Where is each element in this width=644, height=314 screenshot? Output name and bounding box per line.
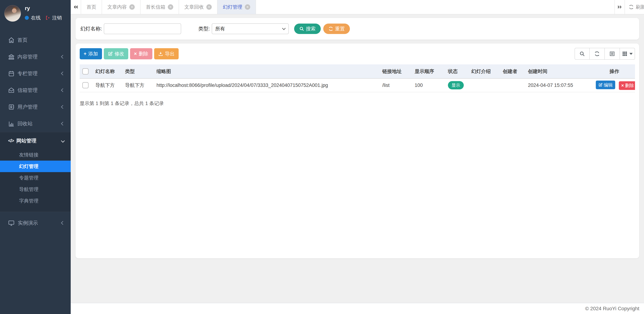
sidebar-item-label: 回收站 — [18, 120, 62, 127]
row-edit-label: 编辑 — [604, 82, 613, 88]
tabs-scroll-right-button[interactable] — [614, 0, 625, 14]
sidebar-item-columns[interactable]: 专栏管理 — [0, 65, 71, 82]
columns-button[interactable] — [620, 48, 635, 60]
add-button[interactable]: + 添加 — [80, 48, 102, 59]
home-icon — [8, 37, 14, 43]
x-icon: × — [134, 51, 137, 57]
tab-close-icon[interactable]: × — [129, 4, 135, 10]
edit-button[interactable]: 修改 — [104, 48, 128, 59]
sidebar-item-demo[interactable]: 实例演示 — [0, 214, 71, 231]
toggle-detail-view-button[interactable] — [605, 48, 620, 60]
cell-type: 导航下方 — [122, 78, 154, 92]
tab-article-recycle[interactable]: 文章回收 × — [179, 0, 218, 14]
sidebar-item-recycle[interactable]: 回收站 — [0, 115, 71, 132]
sidebar-item-label: 专栏管理 — [18, 70, 62, 77]
type-select[interactable]: 所有 — [212, 24, 289, 34]
sidebar-item-label: 实例演示 — [18, 220, 62, 226]
reset-button[interactable]: 重置 — [323, 24, 350, 34]
user-avatar[interactable] — [4, 5, 21, 22]
column-header-name[interactable]: 幻灯名称 — [93, 64, 122, 78]
sidebar-item-mailbox[interactable]: 信箱管理 — [0, 82, 71, 98]
column-header-intro[interactable]: 幻灯介绍 — [468, 64, 500, 78]
column-header-link[interactable]: 链接地址 — [380, 64, 412, 78]
delete-button[interactable]: × 删除 — [130, 48, 152, 59]
tab-bar-spacer — [256, 0, 614, 14]
sidebar-item-label: 内容管理 — [18, 54, 62, 60]
search-icon — [299, 26, 304, 31]
sidebar-subitem-dict[interactable]: 字典管理 — [0, 195, 71, 207]
plus-icon: + — [84, 51, 86, 57]
sidebar-subitem-nav[interactable]: 导航管理 — [0, 184, 71, 195]
tab-home[interactable]: 首页 — [81, 0, 102, 14]
column-header-type[interactable]: 类型 — [122, 64, 154, 78]
refresh-tab-button[interactable]: 刷新 — [625, 0, 644, 14]
cell-intro — [468, 78, 500, 92]
sidebar-subitem-slides[interactable]: 幻灯管理 — [0, 160, 71, 172]
tab-label: 首长信箱 — [146, 4, 165, 10]
sidebar-subitem-label: 导航管理 — [19, 186, 38, 192]
export-button[interactable]: 导出 — [154, 48, 179, 59]
select-all-checkbox[interactable] — [82, 68, 88, 74]
reset-icon — [328, 26, 333, 31]
column-header-creator[interactable]: 创建者 — [500, 64, 525, 78]
double-chevron-left-icon — [73, 4, 78, 10]
search-button[interactable]: 搜索 — [294, 24, 321, 34]
sidebar-subitem-links[interactable]: 友情链接 — [0, 149, 71, 160]
logout-button[interactable]: 注销 — [45, 14, 62, 21]
slide-name-input[interactable] — [104, 24, 181, 34]
sidebar-item-content[interactable]: 内容管理 — [0, 48, 71, 65]
cell-creator — [500, 78, 525, 92]
tab-close-icon[interactable]: × — [206, 4, 212, 10]
column-header-order[interactable]: 显示顺序 — [412, 64, 445, 78]
type-label: 类型: — [198, 25, 210, 32]
tab-close-icon[interactable]: × — [245, 4, 250, 10]
sidebar-section-website: </> 网站管理 友情链接 幻灯管理 专题管理 导航管理 字典管理 — [0, 132, 71, 212]
slides-table: 幻灯名称 类型 缩略图 链接地址 显示顺序 状态 幻灯介绍 创建者 创建时间 操… — [80, 64, 635, 92]
cell-status: 显示 — [445, 78, 468, 92]
search-button-label: 搜索 — [306, 26, 316, 32]
sidebar-item-home[interactable]: 首页 — [0, 32, 71, 48]
row-checkbox[interactable] — [82, 82, 88, 88]
cell-created-at: 2024-04-07 15:07:55 — [525, 78, 594, 92]
edit-icon — [598, 83, 603, 87]
logout-icon — [45, 15, 50, 20]
user-name: ry — [25, 6, 62, 11]
export-button-label: 导出 — [165, 50, 175, 57]
search-panel: 幻灯名称: 类型: 所有 搜索 重置 — [76, 18, 639, 40]
tab-label: 首页 — [86, 4, 96, 10]
chevron-left-icon — [61, 88, 65, 92]
tabs-scroll-left-button[interactable] — [71, 0, 81, 14]
column-header-status[interactable]: 状态 — [445, 64, 468, 78]
cell-link: /list — [380, 78, 412, 92]
online-status-label: 在线 — [31, 14, 41, 21]
toggle-search-button[interactable] — [574, 48, 590, 60]
bar-chart-icon — [8, 120, 14, 127]
tab-article-content[interactable]: 文章内容 × — [102, 0, 140, 14]
row-select-cell — [80, 78, 93, 92]
tab-slide-management[interactable]: 幻灯管理 × — [218, 0, 256, 14]
sidebar-item-users[interactable]: 用户管理 — [0, 98, 71, 115]
refresh-icon — [594, 51, 600, 57]
slide-name-label: 幻灯名称: — [80, 25, 102, 32]
table-row: 导航下方 导航下方 http://localhost:8066/profile/… — [80, 78, 635, 92]
user-meta: ry 在线 注销 — [25, 6, 62, 21]
refresh-icon — [628, 4, 634, 10]
monitor-icon — [8, 220, 14, 226]
column-header-created[interactable]: 创建时间 — [525, 64, 594, 78]
chevron-left-icon — [61, 55, 65, 59]
row-delete-button[interactable]: × 删除 — [619, 81, 635, 90]
status-badge[interactable]: 显示 — [448, 81, 464, 90]
tab-chief-mailbox[interactable]: 首长信箱 × — [140, 0, 179, 14]
page-content: 幻灯名称: 类型: 所有 搜索 重置 — [71, 14, 644, 303]
refresh-table-button[interactable] — [590, 48, 605, 60]
column-header-thumbnail[interactable]: 缩略图 — [154, 64, 380, 78]
sidebar-item-website[interactable]: </> 网站管理 — [0, 132, 71, 149]
user-status-row: 在线 注销 — [25, 14, 62, 21]
tab-close-icon[interactable]: × — [168, 4, 173, 10]
x-icon: × — [621, 83, 624, 88]
user-panel: ry 在线 注销 — [0, 0, 71, 27]
sidebar-subitem-topics[interactable]: 专题管理 — [0, 172, 71, 184]
sidebar-item-label: 首页 — [18, 37, 64, 44]
chevron-left-icon — [61, 105, 65, 109]
row-edit-button[interactable]: 编辑 — [596, 80, 615, 89]
